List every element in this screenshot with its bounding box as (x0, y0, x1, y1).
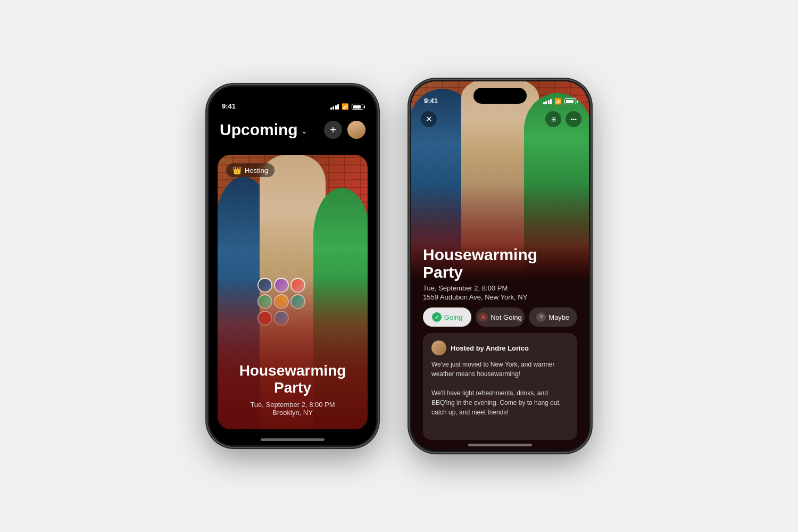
host-name: Hosted by Andre Lorico (451, 344, 529, 352)
event-title-card: Housewarming Party (228, 362, 357, 396)
share-button[interactable]: ⊞ (545, 111, 561, 127)
chevron-down-icon: ⌄ (301, 127, 307, 135)
top-right-actions: ⊞ ••• (545, 111, 581, 127)
host-row: Hosted by Andre Lorico (431, 340, 569, 355)
rsvp-maybe-label: Maybe (548, 313, 569, 321)
description-text-2: We'll have light refreshments, drinks, a… (431, 388, 569, 417)
phone-2: 9:41 📶 (410, 80, 591, 452)
status-icons-2: 📶 (543, 98, 577, 105)
not-going-icon: ✕ (478, 312, 488, 322)
maybe-icon: ? (536, 312, 546, 322)
header-1: Upcoming ⌄ + (209, 114, 376, 144)
add-event-button[interactable]: + (324, 121, 342, 139)
home-indicator-2 (468, 444, 532, 446)
signal-icon-2 (543, 99, 552, 104)
detail-event-title: Housewarming Party (423, 246, 577, 281)
signal-icon (330, 104, 339, 110)
status-time-2: 9:41 (424, 97, 438, 105)
phone-1: 9:41 📶 (207, 85, 378, 447)
close-icon: ✕ (426, 114, 433, 124)
rsvp-going-button[interactable]: ✓ Going (423, 307, 471, 327)
wifi-icon-2: 📶 (554, 98, 562, 105)
rsvp-row: ✓ Going ✕ Not Going ? Maybe (423, 307, 577, 327)
share-icon: ⊞ (551, 116, 556, 123)
rsvp-not-going-button[interactable]: ✕ Not Going (476, 307, 524, 327)
dynamic-island-2 (473, 88, 527, 104)
rsvp-maybe-button[interactable]: ? Maybe (529, 307, 577, 327)
status-time-1: 9:41 (222, 102, 236, 110)
description-text-1: We've just moved to New York, and warmer… (431, 360, 569, 379)
avatar-face (347, 121, 365, 139)
detail-event-date: Tue, September 2, 8:00 PM (423, 284, 577, 292)
rsvp-not-going-label: Not Going (491, 313, 522, 321)
hosting-badge-text: Hosting (245, 167, 268, 174)
crown-icon: 👑 (232, 166, 242, 174)
more-button[interactable]: ••• (566, 111, 581, 127)
upcoming-title-text: Upcoming (220, 121, 298, 139)
status-icons-1: 📶 (330, 103, 364, 110)
title-area[interactable]: Upcoming ⌄ (220, 121, 307, 139)
close-button[interactable]: ✕ (421, 111, 437, 127)
wifi-icon: 📶 (342, 103, 349, 110)
battery-icon-2 (564, 98, 576, 104)
battery-icon (352, 104, 363, 110)
home-indicator-1 (261, 438, 325, 441)
going-check-icon: ✓ (432, 312, 442, 322)
host-avatar (431, 340, 446, 355)
profile-avatar-button[interactable] (347, 121, 365, 139)
detail-event-location: 1559 Audubon Ave, New York, NY (423, 293, 577, 301)
event-card-1[interactable]: 👑 Hosting Housew (218, 155, 368, 429)
more-icon: ••• (570, 116, 577, 122)
dynamic-island-1 (266, 93, 319, 109)
description-card: Hosted by Andre Lorico We've just moved … (423, 333, 577, 440)
event-info-1: Housewarming Party Tue, September 2, 8:0… (218, 354, 368, 429)
event-location-card: Brooklyn, NY (228, 409, 357, 417)
detail-content: Housewarming Party Tue, September 2, 8:0… (411, 244, 589, 451)
event-date-card: Tue, September 2, 8:00 PM (228, 401, 357, 409)
header-actions: + (324, 121, 365, 139)
plus-icon: + (330, 124, 336, 136)
rsvp-going-label: Going (444, 313, 463, 321)
hosting-badge: 👑 Hosting (226, 163, 275, 177)
